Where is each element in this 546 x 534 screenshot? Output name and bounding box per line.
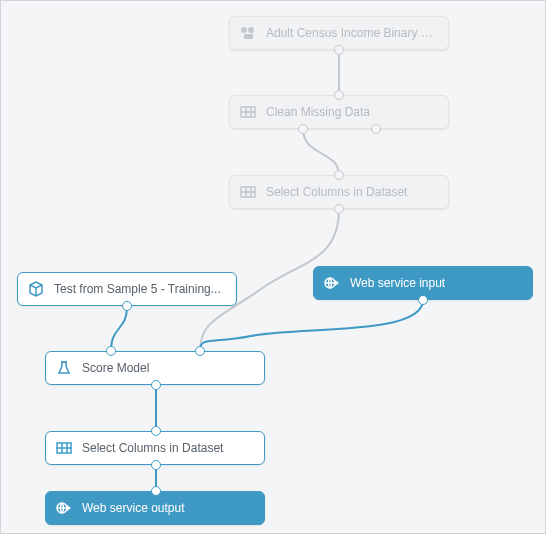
globe-arrow-icon [54, 498, 74, 518]
cube-icon [26, 279, 46, 299]
port-in[interactable] [151, 486, 161, 496]
port-out[interactable] [418, 295, 428, 305]
port-out[interactable] [334, 204, 344, 214]
node-label: Select Columns in Dataset [266, 185, 438, 199]
port-out[interactable] [122, 301, 132, 311]
port-out[interactable] [298, 124, 308, 134]
port-out[interactable] [151, 460, 161, 470]
port-in[interactable] [334, 90, 344, 100]
svg-rect-2 [244, 34, 253, 39]
port-out[interactable] [371, 124, 381, 134]
port-in[interactable] [334, 170, 344, 180]
node-clean-missing-data[interactable]: Clean Missing Data [229, 95, 449, 129]
node-label: Web service input [350, 276, 522, 290]
grid-icon [238, 102, 258, 122]
flask-icon [54, 358, 74, 378]
grid-icon [54, 438, 74, 458]
globe-arrow-icon [322, 273, 342, 293]
pipeline-canvas[interactable]: Adult Census Income Binary C... Clean Mi… [0, 0, 546, 534]
dataset-icon [238, 23, 258, 43]
svg-point-1 [248, 27, 254, 33]
svg-point-0 [241, 27, 247, 33]
port-in[interactable] [106, 346, 116, 356]
port-in[interactable] [195, 346, 205, 356]
node-label: Web service output [82, 501, 254, 515]
node-label: Adult Census Income Binary C... [266, 26, 438, 40]
port-out[interactable] [334, 45, 344, 55]
port-in[interactable] [151, 426, 161, 436]
node-label: Test from Sample 5 - Training... [54, 282, 226, 296]
node-web-service-output[interactable]: Web service output [45, 491, 265, 525]
node-label: Score Model [82, 361, 254, 375]
grid-icon [238, 182, 258, 202]
node-label: Select Columns in Dataset [82, 441, 254, 455]
port-out[interactable] [151, 380, 161, 390]
node-label: Clean Missing Data [266, 105, 438, 119]
